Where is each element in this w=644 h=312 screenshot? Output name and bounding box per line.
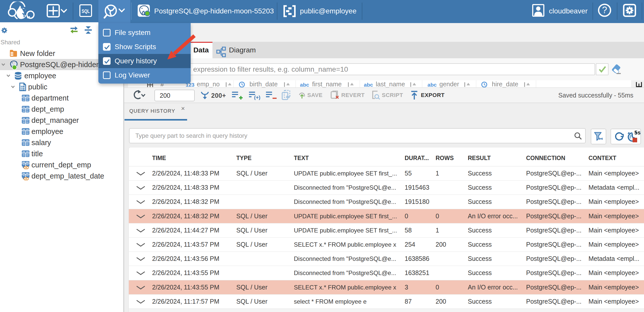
svg-text:SQL: SQL: [82, 8, 90, 14]
svg-text:(+): (+): [254, 95, 260, 100]
svg-text:?: ?: [602, 5, 607, 15]
